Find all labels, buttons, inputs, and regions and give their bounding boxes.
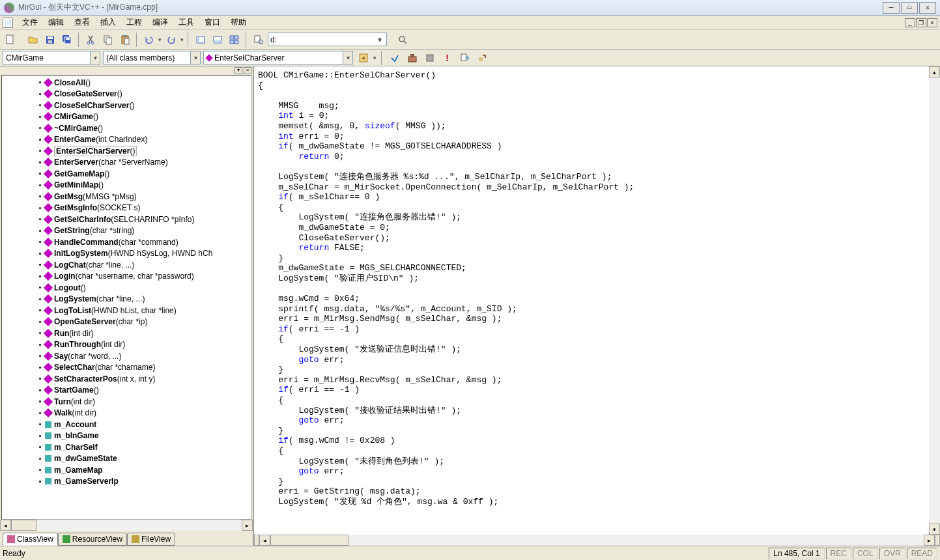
breakpoint-button[interactable] (475, 51, 490, 65)
tree-item[interactable]: Say(char *word, ...) (39, 350, 251, 362)
tree-item[interactable]: GetMsg(MMSG *pMsg) (39, 191, 251, 203)
class-combo[interactable]: CMirGame ▾ (3, 51, 100, 64)
filter-combo[interactable]: (All class members) ▾ (103, 51, 201, 64)
cut-button[interactable] (83, 33, 98, 47)
chevron-down-icon[interactable]: ▾ (90, 51, 100, 64)
window-list-button[interactable] (227, 33, 242, 47)
tree-item[interactable]: RunThrough(int dir) (39, 339, 251, 351)
scroll-up-icon[interactable]: ▴ (929, 66, 940, 77)
tree-item[interactable]: GetSelCharInfo(SELCHARINFO *pInfo) (39, 214, 251, 225)
menu-工程[interactable]: 工程 (121, 16, 147, 28)
tab-resourceview[interactable]: ResourceView (58, 533, 127, 546)
editor-vscrollbar[interactable]: ▴ ▾ (929, 66, 940, 535)
tree-item[interactable]: StartGame() (39, 385, 251, 397)
wizard-action-button[interactable]: ✦ (356, 51, 371, 65)
find-in-files-button[interactable] (251, 33, 266, 47)
stop-build-button[interactable] (422, 51, 437, 65)
code-area[interactable]: BOOL CMirGame::EnterSelCharServer(){ MMS… (254, 66, 929, 535)
tree-item[interactable]: CloseSelCharServer() (39, 100, 251, 111)
close-button[interactable]: ✕ (919, 2, 936, 14)
menu-工具[interactable]: 工具 (173, 16, 199, 28)
tree-item[interactable]: SetCharacterPos(int x, int y) (39, 373, 251, 385)
paste-button[interactable] (117, 33, 132, 47)
menu-编辑[interactable]: 编辑 (43, 16, 69, 28)
find-button[interactable] (395, 33, 410, 47)
class-tree[interactable]: CloseAll()CloseGateServer()CloseSelCharS… (2, 76, 251, 519)
tree-item[interactable]: HandleCommand(char *command) (39, 236, 251, 248)
panel-dock-button[interactable]: ▾ (235, 67, 242, 74)
tree-item[interactable]: CloseGateServer() (39, 89, 251, 100)
tree-item[interactable]: m_GameServerIp (39, 476, 251, 488)
code-editor[interactable]: BOOL CMirGame::EnterSelCharServer(){ MMS… (254, 66, 940, 546)
execute-button[interactable]: ! (440, 51, 455, 65)
chevron-down-icon[interactable]: ▾ (375, 35, 384, 44)
tree-item[interactable]: m_dwGameState (39, 453, 251, 465)
menu-查看[interactable]: 查看 (69, 16, 95, 28)
tree-item[interactable]: m_CharSelf (39, 441, 251, 453)
tree-item[interactable]: LogChat(char *line, ...) (39, 259, 251, 271)
tree-item[interactable]: InitLogSystem(HWND hSysLog, HWND hCh (39, 248, 251, 260)
tree-item[interactable]: CMirGame() (39, 111, 251, 123)
tree-item[interactable]: m_bInGame (39, 430, 251, 442)
redo-button[interactable] (164, 33, 178, 47)
chevron-down-icon[interactable]: ▾ (190, 51, 200, 64)
tree-item[interactable]: ~CMirGame() (39, 122, 251, 134)
member-combo[interactable]: EnterSelCharServer ▾ (203, 51, 353, 64)
scroll-left-icon[interactable]: ◂ (259, 535, 270, 546)
tree-item[interactable]: CloseAll() (39, 77, 251, 89)
tree-item[interactable]: Turn(int dir) (39, 396, 251, 408)
tab-classview[interactable]: ClassView (3, 533, 58, 546)
tree-item[interactable]: SelectChar(char *charname) (39, 362, 251, 374)
minimize-button[interactable]: ─ (883, 2, 900, 14)
splitter-handle[interactable] (254, 535, 259, 546)
new-file-button[interactable] (3, 33, 18, 47)
menu-插入[interactable]: 插入 (95, 16, 121, 28)
copy-button[interactable] (100, 33, 115, 47)
save-all-button[interactable] (59, 33, 74, 47)
tree-item[interactable]: Login(char *username, char *password) (39, 271, 251, 283)
undo-button[interactable] (141, 33, 156, 47)
tree-item[interactable]: EnterGame(int CharIndex) (39, 134, 251, 146)
tree-item[interactable]: m_Account (39, 419, 251, 430)
tree-item[interactable]: EnterServer(char *ServerName) (39, 157, 251, 169)
scroll-left-icon[interactable]: ◂ (0, 520, 11, 531)
scroll-right-icon[interactable]: ▸ (242, 520, 253, 531)
mdi-minimize-button[interactable]: _ (905, 18, 915, 27)
menu-编译[interactable]: 编译 (147, 16, 173, 28)
tab-fileview[interactable]: FileView (127, 533, 175, 546)
open-file-button[interactable] (25, 33, 40, 47)
mdi-close-button[interactable]: × (927, 18, 937, 27)
tree-item[interactable]: LogSystem(char *line, ...) (39, 294, 251, 305)
mdi-restore-button[interactable]: ❐ (916, 18, 926, 27)
maximize-button[interactable]: ▭ (901, 2, 918, 14)
menu-窗口[interactable]: 窗口 (199, 16, 225, 28)
tree-item[interactable]: GetMiniMap() (39, 180, 251, 191)
output-button[interactable] (210, 33, 225, 47)
chevron-down-icon[interactable]: ▾ (343, 51, 352, 64)
tree-item[interactable]: Run(int dir) (39, 328, 251, 339)
tree-item[interactable]: GetString(char *string) (39, 225, 251, 237)
editor-hscrollbar[interactable]: ◂ ▸ (254, 535, 940, 546)
find-input[interactable] (270, 34, 375, 46)
compile-button[interactable] (387, 51, 402, 65)
splitter-handle[interactable] (935, 535, 940, 546)
tree-item[interactable]: LogToList(HWND hList, char *line) (39, 305, 251, 316)
build-button[interactable] (405, 51, 420, 65)
scroll-down-icon[interactable]: ▾ (929, 524, 940, 535)
scroll-right-icon[interactable]: ▸ (924, 535, 935, 546)
tree-hscrollbar[interactable]: ◂ ▸ (0, 520, 253, 531)
tree-item[interactable]: Logout() (39, 282, 251, 294)
find-combo[interactable]: ▾ (268, 33, 387, 46)
tree-item[interactable]: m_GameMap (39, 464, 251, 476)
menu-文件[interactable]: 文件 (17, 16, 43, 28)
go-button[interactable] (457, 51, 472, 65)
panel-close-button[interactable]: × (244, 67, 251, 74)
menu-帮助[interactable]: 帮助 (225, 16, 251, 28)
tree-item[interactable]: GetMsgInfo(SOCKET s) (39, 203, 251, 214)
tree-item[interactable]: GetGameMap() (39, 168, 251, 180)
tree-item[interactable]: Walk(int dir) (39, 408, 251, 419)
save-button[interactable] (42, 33, 57, 47)
tree-item[interactable]: OpenGateServer(char *ip) (39, 316, 251, 328)
workspace-button[interactable] (193, 33, 208, 47)
tree-item[interactable]: EnterSelCharServer() (39, 145, 251, 157)
